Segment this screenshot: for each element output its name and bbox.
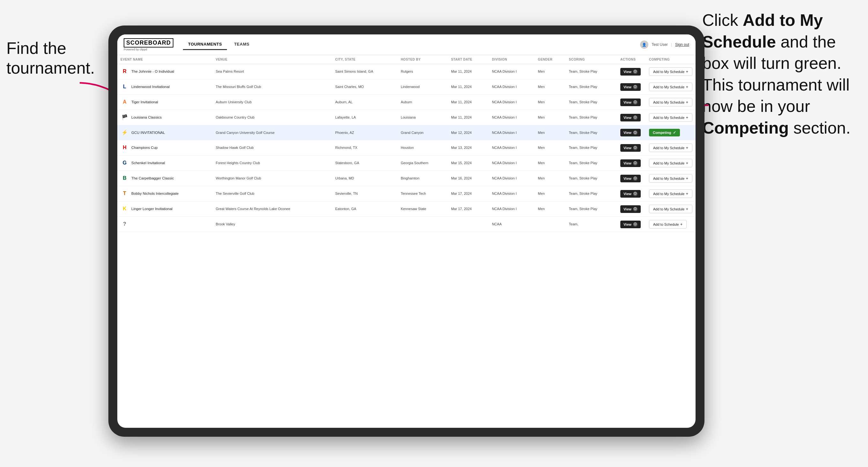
cell-division: NCAA Division I (489, 64, 534, 80)
info-icon: ⓘ (633, 222, 638, 227)
table-row: ? Brook ValleyNCAATeam,View ⓘAdd to Sche… (117, 217, 695, 232)
view-button[interactable]: View ⓘ (620, 144, 641, 152)
event-name-text: Tiger Invitational (131, 100, 158, 104)
tablet-screen: SCOREBOARD Powered by clippd TOURNAMENTS… (117, 34, 695, 428)
cell-scoring: Team, Stroke Play (566, 110, 617, 125)
cell-division: NCAA Division I (489, 186, 534, 201)
plus-icon: + (686, 69, 688, 74)
event-name-text: Louisiana Classics (131, 115, 162, 120)
team-logo: ? (121, 220, 129, 228)
cell-gender: Men (534, 201, 565, 217)
cell-scoring: Team, Stroke Play (566, 201, 617, 217)
team-logo: A (121, 98, 129, 106)
logo-subtitle: Powered by clippd (124, 48, 174, 51)
cell-start-date: Mar 17, 2024 (448, 186, 489, 201)
cell-city-state: Statesboro, GA (332, 156, 398, 171)
add-to-schedule-button[interactable]: Add to My Schedule + (649, 174, 692, 183)
cell-gender: Men (534, 80, 565, 95)
table-row: L Lindenwood Invitational The Missouri B… (117, 80, 695, 95)
info-icon: ⓘ (633, 192, 638, 196)
cell-scoring: Team, (566, 217, 617, 232)
cell-competing: Add to My Schedule + (646, 186, 695, 201)
plus-icon: + (686, 161, 688, 165)
table-container: EVENT NAME VENUE CITY, STATE HOSTED BY S… (117, 55, 695, 428)
team-logo: B (121, 175, 129, 183)
cell-competing: Add to My Schedule + (646, 110, 695, 125)
info-icon: ⓘ (633, 100, 638, 104)
add-to-schedule-button[interactable]: Add to Schedule + (649, 220, 687, 228)
view-button[interactable]: View ⓘ (620, 205, 641, 213)
col-city-state: CITY, STATE (332, 55, 398, 64)
view-button[interactable]: View ⓘ (620, 190, 641, 198)
user-label: Test User (652, 42, 668, 47)
table-body: R The Johnnie - O Individual Sea Palms R… (117, 64, 695, 232)
cell-event-name: R The Johnnie - O Individual (117, 64, 213, 80)
cell-scoring: Team, Stroke Play (566, 95, 617, 110)
event-name-text: The Carpetbagger Classic (131, 176, 174, 181)
cell-start-date (448, 217, 489, 232)
cell-actions: View ⓘ (617, 110, 646, 125)
cell-city-state: Sevierville, TN (332, 186, 398, 201)
cell-scoring: Team, Stroke Play (566, 140, 617, 156)
cell-start-date: Mar 13, 2024 (448, 140, 489, 156)
cell-gender: Men (534, 186, 565, 201)
cell-start-date: Mar 11, 2024 (448, 110, 489, 125)
cell-division: NCAA Division I (489, 171, 534, 186)
add-to-schedule-button[interactable]: Add to My Schedule + (649, 113, 692, 122)
add-to-schedule-button[interactable]: Add to My Schedule + (649, 83, 692, 91)
view-button[interactable]: View ⓘ (620, 159, 641, 167)
plus-icon: + (686, 207, 688, 211)
table-row: G Schenkel Invitational Forest Heights C… (117, 156, 695, 171)
cell-event-name: B The Carpetbagger Classic (117, 171, 213, 186)
table-row: A Tiger Invitational Auburn University C… (117, 95, 695, 110)
cell-event-name: G Schenkel Invitational (117, 156, 213, 171)
view-button[interactable]: View ⓘ (620, 129, 641, 136)
add-to-schedule-button[interactable]: Add to My Schedule + (649, 67, 692, 76)
cell-hosted-by: Georgia Southern (398, 156, 448, 171)
add-to-schedule-button[interactable]: Add to My Schedule + (649, 189, 692, 198)
view-button[interactable]: View ⓘ (620, 114, 641, 121)
cell-city-state: Phoenix, AZ (332, 125, 398, 140)
col-gender: GENDER (534, 55, 565, 64)
cell-start-date: Mar 11, 2024 (448, 64, 489, 80)
add-to-schedule-button[interactable]: Add to My Schedule + (649, 144, 692, 152)
competing-button[interactable]: Competing ✓ (649, 129, 680, 136)
cell-event-name: L Lindenwood Invitational (117, 80, 213, 95)
col-division: DIVISION (489, 55, 534, 64)
plus-icon: + (686, 145, 688, 150)
tab-teams[interactable]: TEAMS (229, 39, 254, 50)
cell-competing: Add to My Schedule + (646, 80, 695, 95)
tab-tournaments[interactable]: TOURNAMENTS (183, 39, 227, 50)
cell-division: NCAA Division I (489, 125, 534, 140)
cell-scoring: Team, Stroke Play (566, 125, 617, 140)
col-scoring: SCORING (566, 55, 617, 64)
cell-actions: View ⓘ (617, 95, 646, 110)
cell-actions: View ⓘ (617, 125, 646, 140)
app-header: SCOREBOARD Powered by clippd TOURNAMENTS… (117, 34, 695, 55)
plus-icon: + (686, 191, 688, 196)
cell-scoring: Team, Stroke Play (566, 64, 617, 80)
cell-hosted-by: Lindenwood (398, 80, 448, 95)
cell-actions: View ⓘ (617, 80, 646, 95)
add-to-schedule-button[interactable]: Add to My Schedule + (649, 159, 692, 167)
cell-gender: Men (534, 140, 565, 156)
view-button[interactable]: View ⓘ (620, 68, 641, 75)
event-name-text: The Johnnie - O Individual (131, 69, 174, 74)
view-button[interactable]: View ⓘ (620, 175, 641, 182)
cell-actions: View ⓘ (617, 201, 646, 217)
view-button[interactable]: View ⓘ (620, 98, 641, 106)
col-competing: COMPETING (646, 55, 695, 64)
add-to-schedule-button[interactable]: Add to My Schedule + (649, 205, 692, 213)
sign-out-link[interactable]: Sign out (675, 42, 689, 47)
add-to-schedule-button[interactable]: Add to My Schedule + (649, 98, 692, 106)
cell-hosted-by: Louisiana (398, 110, 448, 125)
cell-gender (534, 217, 565, 232)
view-button[interactable]: View ⓘ (620, 83, 641, 91)
cell-actions: View ⓘ (617, 64, 646, 80)
cell-competing: Add to Schedule + (646, 217, 695, 232)
view-button[interactable]: View ⓘ (620, 221, 641, 228)
cell-actions: View ⓘ (617, 217, 646, 232)
cell-city-state: Eatonton, GA (332, 201, 398, 217)
cell-scoring: Team, Stroke Play (566, 186, 617, 201)
cell-event-name: 🏴 Louisiana Classics (117, 110, 213, 125)
